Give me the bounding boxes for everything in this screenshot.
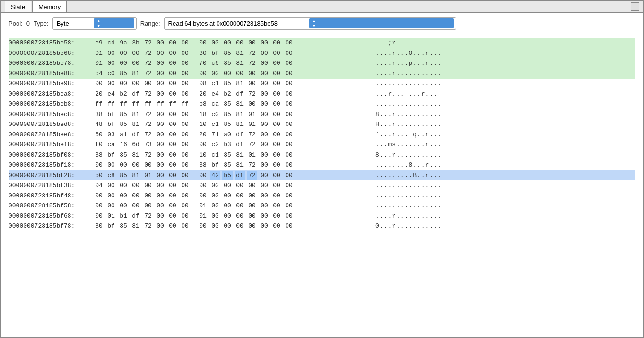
hex-byte: 00: [284, 222, 294, 231]
hex-byte: 81: [235, 151, 245, 160]
hex-byte: 00: [180, 212, 190, 221]
hex-byte: 00: [222, 69, 233, 79]
range-spinner[interactable]: ▲ ▼: [309, 18, 454, 28]
hex-byte: 00: [222, 222, 233, 231]
hex-byte: 01: [143, 171, 153, 180]
table-row: 0000000728185beb8:ffffffffffffffffb8ca85…: [9, 99, 635, 109]
title-bar: State Memory —: [1, 1, 643, 13]
hex-byte: 81: [131, 151, 141, 160]
hex-byte: 00: [180, 151, 190, 160]
hex-byte: df: [235, 130, 245, 140]
hex-byte: 00: [284, 110, 294, 119]
hex-byte: 00: [271, 69, 282, 79]
hex-address: 0000000728185bf38:: [9, 181, 94, 190]
hex-byte: 00: [271, 99, 282, 109]
hex-byte: 00: [222, 191, 233, 201]
ascii-representation: 8...r...........: [375, 110, 442, 119]
hex-byte: 00: [118, 191, 129, 201]
hex-byte: 00: [131, 59, 141, 68]
hex-byte: 00: [131, 79, 141, 89]
type-select[interactable]: Byte ▲ ▼: [52, 17, 137, 30]
hex-byte: 72: [143, 38, 153, 48]
hex-byte: 73: [143, 140, 153, 150]
ascii-representation: H...r...........: [375, 120, 442, 129]
hex-byte: 00: [247, 99, 257, 109]
hex-byte: 00: [271, 89, 282, 99]
hex-byte: 00: [167, 171, 178, 180]
hex-byte: 30: [198, 49, 208, 58]
hex-byte: bf: [106, 110, 116, 119]
hex-byte: 20: [198, 130, 208, 140]
hex-byte: 00: [284, 151, 294, 160]
hex-byte: 00: [284, 89, 294, 99]
ascii-representation: ...r... ...r...: [375, 89, 438, 99]
ascii-representation: ....r...........: [375, 212, 442, 221]
hex-byte: 85: [222, 151, 233, 160]
hex-byte: 00: [180, 160, 190, 170]
hex-byte: 85: [118, 171, 129, 180]
hex-byte: df: [235, 89, 245, 99]
tab-memory[interactable]: Memory: [32, 1, 67, 12]
hex-byte: 81: [235, 79, 245, 89]
hex-byte: df: [235, 140, 245, 150]
hex-byte: 00: [210, 181, 220, 190]
hex-byte: 00: [210, 191, 220, 201]
hex-bytes: 010000007200000030bf858172000000: [94, 49, 368, 58]
table-row: 0000000728185bf58:0000000000000000010000…: [9, 201, 635, 211]
hex-byte: 00: [284, 130, 294, 140]
hex-byte: 20: [198, 89, 208, 99]
tab-state[interactable]: State: [5, 1, 31, 12]
hex-byte: 00: [167, 59, 178, 68]
hex-byte: 85: [118, 120, 129, 129]
hex-byte: 00: [259, 160, 270, 170]
hex-byte: 00: [247, 69, 257, 79]
hex-byte: 00: [259, 222, 270, 231]
hex-byte: 00: [155, 160, 165, 170]
hex-address: 0000000728185bee8:: [9, 130, 94, 140]
hex-byte: 81: [235, 160, 245, 170]
hex-byte: 85: [118, 110, 129, 119]
hex-byte: 20: [94, 89, 104, 99]
arrow-down-icon: ▼: [95, 24, 133, 28]
hex-byte: 00: [167, 181, 178, 190]
hex-byte: b8: [198, 99, 208, 109]
hex-byte: ff: [167, 99, 178, 109]
hex-byte: 00: [143, 79, 153, 89]
hex-byte: ff: [180, 99, 190, 109]
hex-byte: 00: [247, 79, 257, 89]
hex-byte: 00: [180, 89, 190, 99]
minimize-button[interactable]: —: [631, 2, 639, 11]
hex-address: 0000000728185be88:: [9, 69, 94, 79]
hex-content: 0000000728185be58:e9cd9a3b72000000000000…: [1, 34, 643, 235]
hex-byte: 00: [259, 49, 270, 58]
hex-byte: 00: [106, 49, 116, 58]
hex-address: 0000000728185bf18:: [9, 160, 94, 170]
hex-byte: 00: [106, 59, 116, 68]
hex-byte: 00: [271, 160, 282, 170]
hex-address: 0000000728185be78:: [9, 59, 94, 68]
hex-byte: 72: [143, 130, 153, 140]
hex-byte: 72: [143, 151, 153, 160]
hex-byte: e9: [94, 38, 104, 48]
hex-byte: 72: [143, 59, 153, 68]
hex-byte: 00: [155, 49, 165, 58]
hex-byte: 18: [198, 110, 208, 119]
toolbar: Pool: 0 Type: Byte ▲ ▼ Range: Read 64 by…: [1, 13, 643, 34]
hex-bytes: e9cd9a3b720000000000000000000000: [94, 38, 368, 48]
hex-byte: 00: [210, 222, 220, 231]
ascii-representation: .........B..r...: [375, 171, 442, 180]
hex-byte: 00: [284, 59, 294, 68]
hex-byte: 00: [235, 212, 245, 221]
hex-byte: 00: [118, 201, 129, 211]
range-select[interactable]: Read 64 bytes at 0x000000728185be58 ▲ ▼: [164, 17, 456, 30]
hex-byte: 00: [259, 201, 270, 211]
hex-byte: 00: [167, 201, 178, 211]
hex-byte: 72: [143, 69, 153, 79]
hex-byte: bf: [106, 120, 116, 129]
range-arrow-down-icon: ▼: [311, 24, 453, 28]
hex-byte: 00: [259, 191, 270, 201]
hex-bytes: 000000000000000008c1858100000000: [94, 79, 368, 89]
type-spinner[interactable]: ▲ ▼: [94, 18, 134, 28]
hex-address: 0000000728185bf58:: [9, 201, 94, 211]
hex-bytes: 6003a1df720000002071a0df72000000: [94, 130, 368, 140]
